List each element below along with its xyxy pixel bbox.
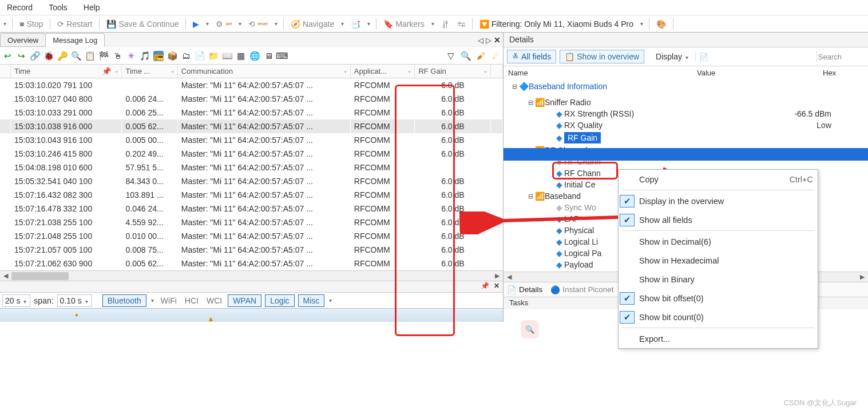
markers-button[interactable]: 🔖 Markers — [381, 18, 427, 30]
save-continue-button[interactable]: 💾 Save & Continue — [104, 18, 181, 30]
ctx-hex[interactable]: Show in Hexadecimal — [619, 251, 818, 270]
forward-icon[interactable]: ↪ — [16, 51, 26, 61]
marker-nav1-icon[interactable]: ⭿ — [439, 18, 451, 30]
proto-hci[interactable]: HCI — [183, 295, 201, 306]
col-time[interactable]: Time📌⌄ — [10, 65, 122, 78]
table-row[interactable]: 15:05:32.541 040 10084.343 0...Master: "… — [0, 174, 503, 188]
stack-icon[interactable]: 🗂 — [181, 51, 191, 61]
proto-bluetooth[interactable]: Bluetooth — [102, 294, 146, 307]
ctx-bit-count[interactable]: ✔Show bit count(0) — [619, 308, 818, 322]
table-row[interactable]: 15:03:10.043 916 1000.005 00...Master: "… — [0, 133, 503, 147]
details-toolbar: ≚ All fields 📋 Show in overview Display … — [504, 47, 868, 66]
keyboard-icon[interactable]: ⌨ — [277, 51, 287, 61]
tree-sniffer-radio[interactable]: ⊟📶 Sniffer Radio — [506, 97, 866, 108]
set-icon[interactable]: ⚙set — [213, 18, 234, 30]
list-icon[interactable]: 📋 — [85, 51, 95, 61]
span-combo-2[interactable]: 0.10 s ▾ — [57, 294, 92, 307]
proto-wifi[interactable]: WiFi — [158, 295, 179, 306]
tree-baseband-info[interactable]: ⊟🔷 Baseband Information — [506, 81, 866, 92]
btab-details[interactable]: 📄 Details — [507, 285, 542, 294]
stop-button[interactable]: ■ Stop — [17, 18, 45, 30]
span-combo-1[interactable]: 20 s ▾ — [2, 294, 30, 307]
app-icon[interactable]: ▦ — [236, 51, 246, 61]
col-communication[interactable]: Communication⌄ — [177, 65, 350, 78]
marker-nav2-icon[interactable]: ⭾ — [455, 18, 467, 30]
back-icon[interactable]: ↩ — [2, 51, 13, 61]
toolbar-dropdown-icon[interactable]: ▾ — [2, 21, 7, 27]
close-icon[interactable]: ✕ — [494, 282, 500, 292]
col-time-delta[interactable]: Time ...⌄ — [122, 65, 177, 78]
details-search[interactable]: Search — [817, 51, 865, 62]
tree-rssi[interactable]: ◆ RX Strength (RSSI)-66.5 dBm — [506, 108, 866, 119]
tree-icon[interactable]: 📑 — [348, 18, 363, 30]
navigate-button[interactable]: 🧭 Navigate — [288, 18, 336, 30]
table-row[interactable]: 15:07:21.057 005 1000.008 75...Master: "… — [0, 243, 503, 257]
table-row[interactable]: 15:07:21.048 255 1000.010 00...Master: "… — [0, 229, 503, 243]
table-row[interactable]: 15:07:16.432 082 300103.891 ...Master: "… — [0, 188, 503, 202]
filtering-button[interactable]: 🔽 Filtering: Only Mi 11, Xiaomi Buds 4 P… — [477, 18, 636, 30]
globe-icon[interactable]: 🌐 — [249, 51, 260, 61]
restart-button[interactable]: ⟳ Restart — [55, 18, 94, 30]
table-row[interactable]: 15:03:10.033 291 0000.006 25...Master: "… — [0, 106, 503, 119]
ctx-decimal[interactable]: Show in Decimal(6) — [619, 232, 818, 251]
btab-piconet[interactable]: 🔵 Instant Piconet — [550, 285, 613, 294]
menu-record[interactable]: Record — [7, 3, 33, 12]
folder-icon[interactable]: 📁 — [208, 51, 219, 61]
ctx-display-overview[interactable]: ✔Display in the overview — [619, 191, 818, 210]
tab-close-icon[interactable]: ✕ — [494, 35, 501, 45]
pin-icon[interactable]: 📌 — [481, 282, 489, 292]
search-widget-icon[interactable]: 🔍 — [521, 320, 539, 322]
table-row[interactable]: 15:03:10.020 791 100Master: "Mi 11" 64:A… — [0, 78, 503, 93]
tab-next-icon[interactable]: ▷ — [486, 36, 492, 45]
show-overview-button[interactable]: 📋 Show in overview — [560, 50, 644, 63]
radio-icon[interactable]: 📻 — [153, 51, 164, 61]
table-row[interactable]: 15:07:21.062 630 9000.005 62...Master: "… — [0, 257, 503, 270]
paint-icon[interactable]: 🖌 — [475, 51, 486, 61]
reset-icon[interactable]: ⟲reset — [246, 18, 270, 30]
book-icon[interactable]: 📖 — [222, 51, 232, 61]
ctx-copy[interactable]: CopyCtrl+C — [619, 170, 818, 189]
grid-scroll-h[interactable]: ◀▶ — [0, 270, 503, 281]
music-icon[interactable]: 🎵 — [140, 51, 150, 61]
table-row[interactable]: 15:07:16.478 332 1000.046 24...Master: "… — [0, 202, 503, 216]
box-icon[interactable]: 📦 — [167, 51, 177, 61]
tab-prev-icon[interactable]: ◁ — [478, 36, 483, 45]
all-fields-button[interactable]: ≚ All fields — [507, 50, 556, 63]
tree-rxquality[interactable]: ◆ RX QualityLow — [506, 119, 866, 131]
display-menu[interactable]: Display ▾ — [653, 51, 692, 62]
menu-help[interactable]: Help — [84, 3, 100, 12]
devices-icon[interactable]: 🖥 — [263, 51, 274, 61]
menu-tools[interactable]: Tools — [49, 3, 68, 12]
proto-wpan[interactable]: WPAN — [228, 294, 261, 307]
ctx-show-all[interactable]: ✔Show all fields — [619, 210, 818, 229]
run-icon[interactable]: ▶ — [191, 18, 201, 30]
copy-icon[interactable]: 📄 — [195, 51, 205, 61]
light-icon[interactable]: ☄ — [490, 51, 501, 61]
tab-message-log[interactable]: Message Log — [45, 33, 105, 47]
table-row[interactable]: 15:07:21.038 255 1004.559 92...Master: "… — [0, 216, 503, 229]
table-row[interactable]: 15:03:10.246 415 8000.202 49...Master: "… — [0, 147, 503, 161]
col-application[interactable]: Applicat...⌄ — [350, 65, 415, 78]
flag-icon[interactable]: 🏁 — [98, 51, 109, 61]
table-row[interactable]: 15:04:08.198 010 60057.951 5...Master: "… — [0, 161, 503, 174]
palette-icon[interactable]: 🎨 — [654, 18, 668, 30]
table-row[interactable]: 15:03:10.038 916 0000.005 62...Master: "… — [0, 119, 503, 133]
link-icon[interactable]: 🔗 — [30, 51, 40, 61]
zoom-icon[interactable]: 🔍 — [71, 51, 81, 61]
mouse-icon[interactable]: 🖱 — [112, 51, 122, 61]
table-row[interactable]: 15:03:10.027 040 8000.006 24...Master: "… — [0, 92, 503, 106]
filter-icon[interactable]: ▽ — [446, 51, 456, 61]
search-icon[interactable]: 🔍 — [461, 51, 471, 61]
key-icon[interactable]: 🔑 — [57, 51, 68, 61]
tab-overview[interactable]: Overview — [0, 33, 46, 47]
copy-icon[interactable]: 📄 — [695, 53, 708, 61]
ctx-binary[interactable]: Show in Binary — [619, 270, 818, 289]
col-rf-gain[interactable]: RF Gain⌄ — [415, 65, 491, 78]
proto-wci[interactable]: WCI — [204, 295, 224, 306]
proto-misc[interactable]: Misc — [298, 294, 325, 307]
ctx-bit-offset[interactable]: ✔Show bit offset(0) — [619, 289, 818, 308]
star-icon[interactable]: ✳ — [126, 51, 136, 61]
tree-rfgain[interactable]: ◆ RF Gain — [506, 131, 866, 145]
bug-icon[interactable]: 🐞 — [43, 51, 54, 61]
proto-logic[interactable]: Logic — [265, 294, 294, 307]
